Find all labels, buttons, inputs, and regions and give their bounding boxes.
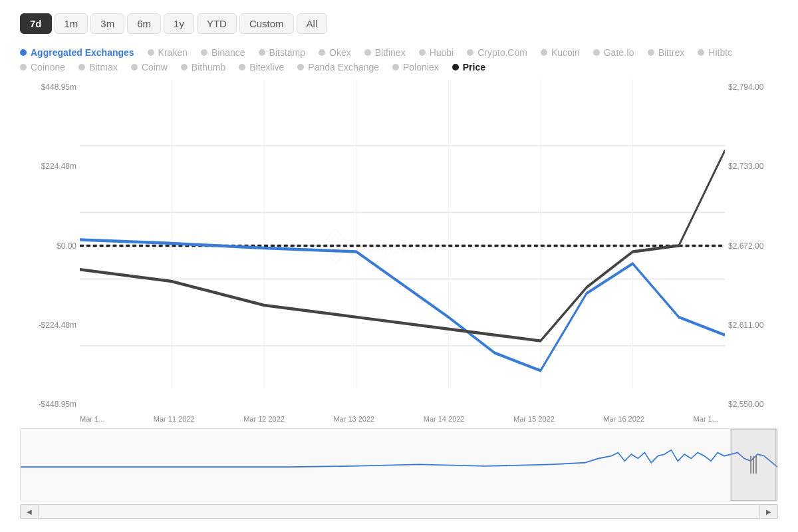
y-label-right-1: $2,733.00 [728,162,778,171]
legend-item-huobi[interactable]: Huobi [419,47,454,58]
legend-item-bittrex[interactable]: Bittrex [648,47,685,58]
legend-label-bithumb: Bithumb [192,62,225,72]
time-btn-3m[interactable]: 3m [90,13,124,34]
legend-dot-hitbtc [698,49,704,56]
chart-area: $448.95m $224.48m $0.00 -$224.48m -$448.… [20,79,778,519]
scroll-track[interactable] [39,504,759,519]
legend-label-bitfinex: Bitfinex [375,47,406,58]
scroll-bar[interactable]: ◀ ▶ [20,504,778,519]
legend-dot-bitmax [78,64,85,70]
legend-label-bitstamp: Bitstamp [269,47,305,58]
y-label-right-0: $2,794.00 [728,82,778,92]
x-label-7: Mar 1... [694,415,718,423]
time-btn-all[interactable]: All [297,13,328,34]
y-label-left-2: $0.00 [20,241,76,251]
legend-label-cryptocom: Crypto.Com [477,47,527,58]
y-label-left-4: -$448.95m [20,400,76,409]
x-axis: Mar 1... Mar 11 2022 Mar 12 2022 Mar 13 … [20,412,778,426]
legend-dot-bitexlive [239,64,245,70]
legend-label-huobi: Huobi [430,47,454,58]
legend-item-coinone[interactable]: Coinone [20,62,65,72]
legend-item-cryptocom[interactable]: Crypto.Com [467,47,527,58]
x-label-6: Mar 16 2022 [603,415,644,423]
legend-dot-bittrex [648,49,654,56]
legend-item-bitfinex[interactable]: Bitfinex [364,47,406,58]
legend-dot-price [452,64,459,70]
legend-dot-kraken [148,49,154,56]
legend-item-poloniex[interactable]: Poloniex [392,62,439,72]
legend-dot-okex [319,49,325,56]
legend-item-binance[interactable]: Binance [201,47,245,58]
legend-item-coinw[interactable]: Coinw [131,62,168,72]
y-label-left-1: $224.48m [20,162,76,171]
scroll-left-button[interactable]: ◀ [20,504,39,519]
legend-label-gateio: Gate.Io [604,47,634,58]
legend-label-binance: Binance [211,47,245,58]
navigator[interactable]: 2016 2018 2020 2022 [20,428,778,501]
legend-dot-panda [297,64,304,70]
page-container: 7d 1m 3m 6m 1y YTD Custom All Aggregated… [0,0,798,532]
legend-dot-gateio [593,49,600,56]
legend-label-bitmax: Bitmax [89,62,118,72]
legend-item-panda[interactable]: Panda Exchange [297,62,379,72]
x-label-2: Mar 12 2022 [243,415,285,423]
legend-item-okex[interactable]: Okex [319,47,351,58]
time-range-bar: 7d 1m 3m 6m 1y YTD Custom All [20,13,778,34]
y-label-right-2: $2,672.00 [728,241,778,251]
legend-dot-coinone [20,64,27,70]
x-label-4: Mar 14 2022 [424,415,465,423]
legend-item-price[interactable]: Price [452,62,485,72]
y-label-left-0: $448.95m [20,82,76,92]
legend-item-kucoin[interactable]: Kucoin [541,47,580,58]
legend-label-panda: Panda Exchange [308,62,379,72]
legend-dot-poloniex [392,64,399,70]
y-axis-right: $2,794.00 $2,733.00 $2,672.00 $2,611.00 … [725,79,778,412]
legend-dot-bithumb [181,64,188,70]
scroll-right-button[interactable]: ▶ [759,504,778,519]
chart-legend: Aggregated Exchanges Kraken Binance Bits… [20,47,778,72]
y-label-left-3: -$224.48m [20,321,76,330]
legend-item-aggregated[interactable]: Aggregated Exchanges [20,47,134,58]
legend-label-poloniex: Poloniex [403,62,439,72]
legend-item-gateio[interactable]: Gate.Io [593,47,634,58]
time-btn-6m[interactable]: 6m [127,13,161,34]
main-chart-wrapper: $448.95m $224.48m $0.00 -$224.48m -$448.… [20,79,778,412]
time-btn-7d[interactable]: 7d [20,13,52,34]
legend-label-kraken: Kraken [158,47,188,58]
legend-label-okex: Okex [329,47,351,58]
time-btn-1y[interactable]: 1y [164,13,194,34]
legend-item-kraken[interactable]: Kraken [148,47,188,58]
legend-dot-kucoin [541,49,547,56]
legend-label-coinone: Coinone [31,62,65,72]
legend-dot-coinw [131,64,138,70]
legend-item-bitstamp[interactable]: Bitstamp [259,47,305,58]
legend-label-coinw: Coinw [142,62,168,72]
x-label-5: Mar 15 2022 [513,415,555,423]
legend-label-bittrex: Bittrex [658,47,685,58]
legend-label-hitbtc: Hitbtc [708,47,732,58]
x-label-1: Mar 11 2022 [154,415,195,423]
legend-label-aggregated: Aggregated Exchanges [31,47,134,58]
main-chart-svg [80,79,725,412]
x-label-0: Mar 1... [80,415,104,423]
legend-item-bitmax[interactable]: Bitmax [78,62,118,72]
legend-item-bithumb[interactable]: Bithumb [181,62,225,72]
legend-dot-binance [201,49,207,56]
time-btn-custom[interactable]: Custom [239,13,294,34]
navigator-svg [21,429,777,501]
legend-item-bitexlive[interactable]: Bitexlive [239,62,284,72]
y-axis-left: $448.95m $224.48m $0.00 -$224.48m -$448.… [20,79,80,412]
legend-item-hitbtc[interactable]: Hitbtc [698,47,732,58]
y-label-right-4: $2,550.00 [728,400,778,409]
legend-label-price: Price [463,62,485,72]
legend-dot-bitfinex [364,49,371,56]
x-label-3: Mar 13 2022 [333,415,374,423]
legend-dot-cryptocom [467,49,473,56]
y-label-right-3: $2,611.00 [728,321,778,330]
legend-dot-bitstamp [259,49,265,56]
time-btn-1m[interactable]: 1m [55,13,88,34]
legend-label-bitexlive: Bitexlive [249,62,284,72]
time-btn-ytd[interactable]: YTD [197,13,237,34]
legend-label-kucoin: Kucoin [551,47,580,58]
chart-svg[interactable]: intotheblock [80,79,725,412]
